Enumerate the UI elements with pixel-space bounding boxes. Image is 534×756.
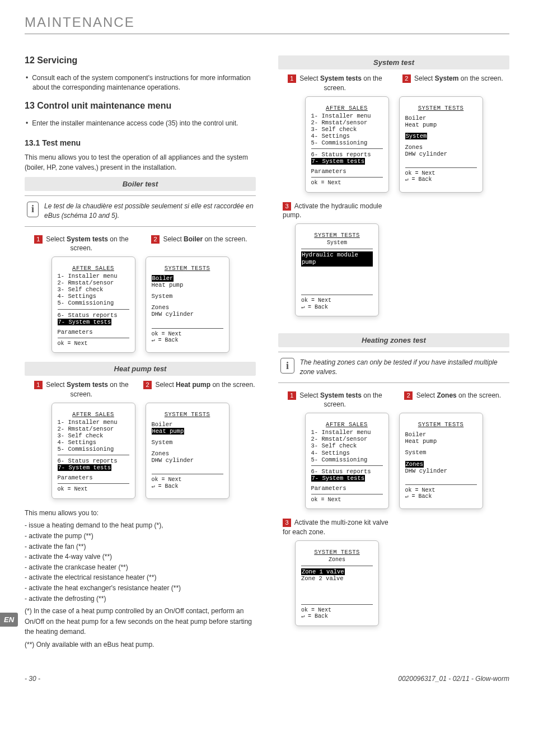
z-step1: Select System tests on the screen.	[299, 391, 382, 409]
zones-test-header: Heating zones test	[278, 333, 509, 347]
language-tab: EN	[0, 613, 18, 627]
doc-id: 0020096317_01 - 02/11 - Glow-worm	[398, 675, 509, 683]
lcd-after-sales-2: AFTER SALES 1- Installer menu2- Rmstat/s…	[51, 403, 135, 499]
boiler-test-header: Boiler test	[25, 177, 256, 191]
step-badge-3d: 3	[283, 519, 291, 527]
system-test-header: System test	[278, 55, 509, 69]
boiler-info-text: Le test de la chaudière est possible seu…	[44, 202, 254, 221]
step-badge-3c: 3	[283, 202, 291, 211]
step-badge-1: 1	[34, 235, 43, 244]
h-servicing: 12 Servicing	[25, 55, 256, 66]
info-icon: i	[27, 202, 39, 217]
z-step2: Select Zones on the screen.	[416, 391, 501, 399]
lcd-zones-valves: SYSTEM TESTS Zones Zone 1 valve Zone 2 v…	[295, 540, 379, 626]
step-badge-1c: 1	[288, 74, 296, 83]
hp-intro: This menu allows you to:	[25, 508, 256, 519]
lcd-hydraulic: SYSTEM TESTS System Hydraulic module pum…	[295, 223, 379, 316]
control-unit-bullet: Enter the installer maintenance access c…	[32, 119, 256, 128]
lcd-system-tests-hp: SYSTEM TESTS Boiler Heat pump System Zon…	[146, 403, 229, 499]
lcd-system-tests-zones: SYSTEM TESTS Boiler Heat pump System Zon…	[399, 413, 483, 509]
h-control-unit: 13 Control unit maintenance menu	[25, 101, 256, 111]
heatpump-test-header: Heat pump test	[25, 362, 256, 376]
hp-step1: Select System tests on the screen.	[46, 381, 128, 398]
boiler-step1: Select System tests on the screen.	[46, 235, 128, 253]
step-badge-2c: 2	[402, 74, 411, 83]
step-badge-2d: 2	[404, 391, 413, 400]
lcd-after-sales: AFTER SALES 1- Installer menu2- Rmstat/s…	[51, 256, 135, 353]
page-title: MAINTENANCE	[25, 15, 509, 30]
hp-list: - issue a heating demand to the heat pum…	[25, 520, 256, 604]
boiler-info-box: i Le test de la chaudière est possible s…	[25, 195, 256, 227]
zones-info-box: i The heating zones can only be tested i…	[278, 352, 509, 383]
h-test-menu: 13.1 Test menu	[25, 138, 256, 147]
boiler-step2: Select Boiler on the screen.	[163, 235, 247, 243]
info-icon-2: i	[280, 358, 294, 374]
lcd-system-tests-boiler: SYSTEM TESTS Boiler Heat pump System Zon…	[146, 256, 229, 353]
zones-info-text: The heating zones can only be tested if …	[300, 358, 507, 377]
servicing-bullet: Consult each of the system component's i…	[32, 73, 256, 93]
step-badge-2b: 2	[143, 381, 152, 389]
sys-step2: Select System on the screen.	[414, 74, 503, 82]
hp-note1: (*) In the case of a heat pump controlle…	[25, 606, 256, 637]
sys-step1: Select System tests on the screen.	[299, 74, 382, 92]
sys-step3: Activate the hydraulic module pump.	[283, 202, 382, 220]
step-badge-2: 2	[151, 235, 160, 244]
step-badge-1d: 1	[288, 391, 296, 400]
hp-note2: (**) Only available with an eBus heat pu…	[25, 640, 256, 650]
lcd-system-tests-sys: SYSTEM TESTS Boiler Heat pump System Zon…	[399, 96, 483, 193]
lcd-after-sales-3: AFTER SALES 1- Installer menu2- Rmstat/s…	[305, 96, 389, 193]
step-badge-1b: 1	[34, 381, 43, 389]
hp-step2: Select Heat pump on the screen.	[155, 381, 255, 389]
page-number: - 30 -	[25, 675, 40, 683]
lcd-after-sales-4: AFTER SALES 1- Installer menu2- Rmstat/s…	[305, 413, 389, 509]
z-step3: Activate the multi-zone kit valve for ea…	[283, 519, 388, 536]
test-menu-intro: This menu allows you to test the operati…	[25, 153, 256, 172]
